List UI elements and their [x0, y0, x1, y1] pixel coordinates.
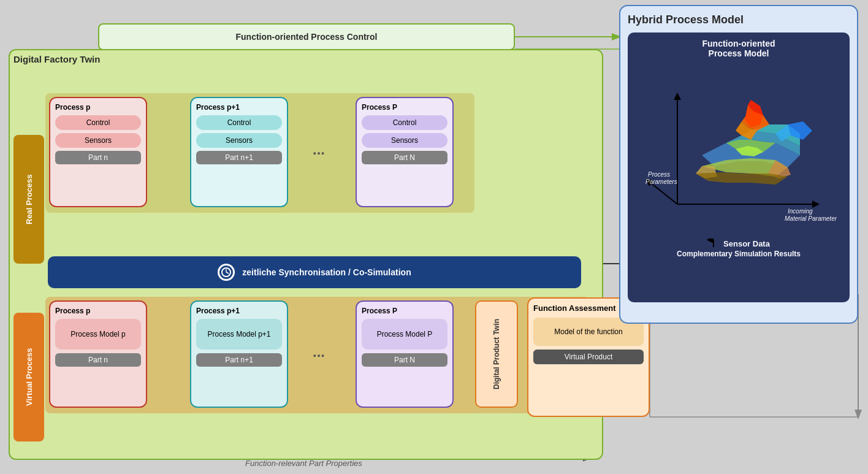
digital-product-twin: Digital Product Twin — [475, 300, 518, 408]
process-p1-real-sensors: Sensors — [196, 133, 282, 148]
process-P-real-control: Control — [362, 115, 447, 130]
digital-factory-twin-label: Digital Factory Twin — [13, 54, 100, 64]
svg-line-34 — [226, 272, 229, 273]
function-oriented-box: Function-orientedProcess Model Function — [628, 32, 850, 302]
process-P-virtual: Process P Process Model P Part N — [356, 300, 454, 408]
clock-icon — [218, 264, 235, 281]
process-p1-virtual-model: Process Model p+1 — [196, 319, 282, 350]
process-p-real: Process p Control Sensors Part n — [49, 97, 147, 207]
process-p-real-part: Part n — [55, 151, 141, 164]
process-p1-real: Process p+1 Control Sensors Part n+1 — [190, 97, 288, 207]
sync-banner: zeitliche Synchronisation / Co-Simulatio… — [48, 256, 581, 288]
complementary-label: Complementary Simulation Results — [634, 250, 843, 258]
process-P-real-sensors: Sensors — [362, 133, 447, 148]
part-properties-label: Function-relevant Part Properties — [245, 459, 362, 468]
process-p1-real-part: Part n+1 — [196, 151, 282, 164]
process-p-virtual-model: Process Model p — [55, 319, 141, 350]
process-P-virtual-model: Process Model P — [362, 319, 447, 350]
hybrid-panel: Hybrid Process Model Function-orientedPr… — [619, 5, 858, 324]
dots-virtual: ... — [313, 343, 325, 361]
function-oriented-title: Function-orientedProcess Model — [634, 39, 843, 58]
process-p-real-title: Process p — [55, 103, 141, 112]
process-p1-real-control: Control — [196, 115, 282, 130]
process-P-real-part: Part N — [362, 151, 447, 164]
hybrid-panel-title: Hybrid Process Model — [628, 13, 850, 26]
process-p-virtual-title: Process p — [55, 307, 141, 315]
process-p-virtual-part: Part n — [55, 353, 141, 367]
svg-text:Material Parameters: Material Parameters — [785, 215, 837, 222]
process-p-real-control: Control — [55, 115, 141, 130]
virtual-process-label: Virtual Process — [13, 313, 44, 442]
svg-text:Incoming: Incoming — [788, 208, 813, 215]
process-P-virtual-title: Process P — [362, 307, 447, 315]
process-p1-real-title: Process p+1 — [196, 103, 282, 112]
process-p1-virtual-part: Part n+1 — [196, 353, 282, 367]
svg-text:Process: Process — [648, 171, 670, 178]
process-control-banner: Function-oriented Process Control — [98, 23, 515, 50]
process-p-virtual: Process p Process Model p Part n — [49, 300, 147, 408]
process-p1-virtual-title: Process p+1 — [196, 307, 282, 315]
real-process-label: Real Process — [13, 135, 44, 264]
virtual-product-box: Virtual Product — [533, 350, 644, 364]
process-P-real-title: Process P — [362, 103, 447, 112]
process-p1-virtual: Process p+1 Process Model p+1 Part n+1 — [190, 300, 288, 408]
dots-real: ... — [313, 141, 325, 158]
process-P-real: Process P Control Sensors Part N — [356, 97, 454, 207]
process-P-virtual-part: Part N — [362, 353, 447, 367]
sensor-data-label: Sensor Data — [723, 239, 770, 248]
process-p-real-sensors: Sensors — [55, 133, 141, 148]
svg-text:Parameters: Parameters — [645, 178, 677, 185]
sensor-data-area: Sensor Data Complementary Simulation Res… — [634, 239, 843, 258]
chart-area: Function — [634, 63, 843, 235]
